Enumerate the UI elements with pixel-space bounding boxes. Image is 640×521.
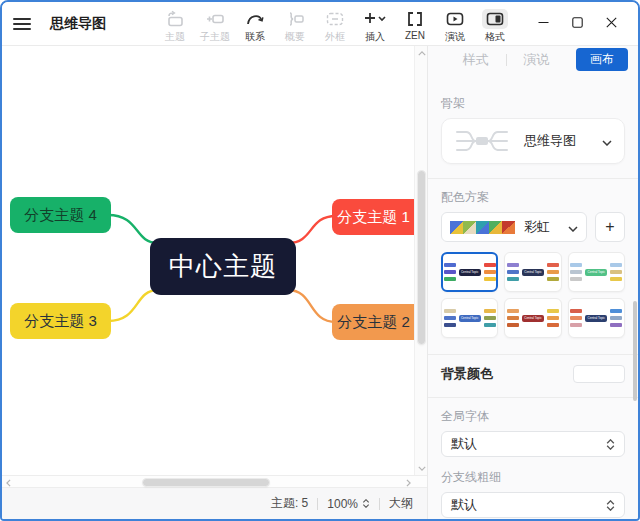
scroll-down-arrow-icon[interactable] — [415, 462, 427, 474]
format-panel-icon — [482, 9, 508, 29]
mini-branch-pill — [610, 323, 622, 327]
branch-topic-1-node[interactable]: 分支主题 1 — [332, 199, 415, 235]
add-color-scheme-button[interactable]: + — [595, 212, 625, 242]
zoom-control[interactable]: 100% — [327, 497, 370, 511]
theme-thumbnail[interactable]: Central Topic — [504, 252, 561, 292]
branch-line-width-dropdown[interactable]: 默认 — [441, 492, 625, 518]
maximize-button[interactable] — [564, 12, 590, 32]
mini-branch-pill — [610, 309, 622, 313]
app-title: 思维导图 — [50, 15, 106, 33]
outline-button[interactable]: 大纲 — [389, 495, 413, 512]
status-bar: 主题: 5 100% 大纲 — [2, 488, 427, 519]
zen-icon — [402, 9, 428, 29]
tab-style[interactable]: 样式 — [446, 51, 506, 69]
mini-branch-pill — [610, 316, 622, 320]
hamburger-icon — [13, 15, 31, 33]
mini-branch-pill — [484, 277, 496, 281]
mini-branch-pill — [507, 323, 519, 327]
mini-branch-pill — [484, 316, 496, 320]
theme-thumbnail[interactable]: Central Topic — [568, 298, 625, 338]
format-panel: 样式 演说 画布 骨架 — [427, 46, 638, 519]
toolbar: 主题 子主题 联系 概要 — [156, 2, 514, 45]
branch-topic-4-node[interactable]: 分支主题 4 — [10, 197, 111, 233]
summary-button[interactable]: 概要 — [276, 7, 314, 46]
mindmap-skeleton-icon — [454, 128, 510, 154]
canvas-column: 中心主题 分支主题 1 分支主题 2 分支主题 3 分支主题 4 — [2, 46, 427, 519]
theme-thumbnails: Central TopicCentral TopicCentral TopicC… — [441, 252, 625, 338]
color-scheme-label: 配色方案 — [441, 189, 625, 206]
horizontal-scrollbar[interactable] — [2, 475, 427, 488]
insert-button[interactable]: 插入 — [356, 7, 394, 46]
topic-button[interactable]: 主题 — [156, 7, 194, 46]
central-topic-node[interactable]: 中心主题 — [150, 238, 296, 295]
boundary-button[interactable]: 外框 — [316, 7, 354, 46]
color-scheme-value: 彩虹 — [524, 218, 550, 236]
panel-scroll-thumb[interactable] — [633, 301, 637, 401]
vertical-scroll-thumb[interactable] — [417, 170, 426, 345]
branch-line-width-label: 分支线粗细 — [441, 469, 625, 486]
scroll-right-arrow-icon[interactable] — [402, 476, 414, 489]
mini-branch-pill — [570, 277, 582, 281]
pitch-play-icon — [442, 9, 468, 29]
background-color-swatch[interactable] — [573, 365, 625, 383]
mini-branch-pill — [610, 270, 622, 274]
chevron-down-icon — [568, 218, 578, 236]
scroll-left-arrow-icon[interactable] — [2, 476, 14, 489]
menu-button[interactable] — [2, 2, 42, 45]
mini-branch-pill — [444, 263, 456, 267]
skeleton-label: 骨架 — [441, 95, 625, 112]
boundary-icon — [322, 9, 348, 29]
theme-thumbnail[interactable]: Central Topic — [568, 252, 625, 292]
stepper-icon — [606, 500, 615, 511]
color-chip — [476, 221, 489, 234]
vertical-scrollbar[interactable] — [414, 46, 427, 475]
mini-branch-pill — [570, 309, 582, 313]
tab-canvas[interactable]: 画布 — [576, 48, 628, 71]
mini-branch-pill — [484, 270, 496, 274]
close-button[interactable] — [598, 12, 624, 32]
skeleton-dropdown[interactable]: 思维导图 — [441, 118, 625, 164]
topic-icon — [162, 9, 188, 29]
mini-branch-pill — [610, 263, 622, 267]
color-chip — [450, 221, 463, 234]
mini-branch-pill — [484, 323, 496, 327]
mini-central-topic: Central Topic — [459, 315, 481, 322]
rainbow-swatches — [450, 221, 515, 234]
zen-button[interactable]: ZEN — [396, 7, 434, 43]
scroll-up-arrow-icon[interactable] — [415, 47, 427, 59]
zoom-stepper-icon[interactable] — [362, 499, 370, 508]
global-font-dropdown[interactable]: 默认 — [441, 431, 625, 457]
stepper-icon — [606, 439, 615, 450]
mini-branch-pill — [570, 263, 582, 267]
status-separator — [317, 498, 318, 510]
format-button[interactable]: 格式 — [476, 7, 514, 46]
relation-button[interactable]: 联系 — [236, 7, 274, 46]
relation-icon — [242, 9, 268, 29]
theme-thumbnail[interactable]: Central Topic — [504, 298, 561, 338]
mini-branch-pill — [444, 309, 456, 313]
branch-topic-3-node[interactable]: 分支主题 3 — [10, 303, 111, 339]
color-chip — [502, 221, 515, 234]
mini-central-topic: Central Topic — [585, 315, 607, 322]
minimize-button[interactable] — [530, 12, 556, 32]
app-window: 思维导图 主题 子主题 联系 — [0, 0, 640, 521]
mini-branch-pill — [507, 277, 519, 281]
color-scheme-dropdown[interactable]: 彩虹 — [441, 212, 587, 242]
branch-topic-2-node[interactable]: 分支主题 2 — [332, 304, 415, 340]
horizontal-scroll-thumb[interactable] — [142, 478, 270, 487]
mini-branch-pill — [507, 270, 519, 274]
mindmap-canvas[interactable]: 中心主题 分支主题 1 分支主题 2 分支主题 3 分支主题 4 — [2, 46, 427, 475]
mini-branch-pill — [570, 323, 582, 327]
background-color-label: 背景颜色 — [441, 365, 493, 383]
tab-pitch[interactable]: 演说 — [507, 51, 567, 69]
mini-central-topic: Central Topic — [522, 315, 544, 322]
subtopic-button[interactable]: 子主题 — [196, 7, 234, 46]
mini-branch-pill — [507, 263, 519, 267]
theme-thumbnail[interactable]: Central Topic — [441, 298, 498, 338]
pitch-button[interactable]: 演说 — [436, 7, 474, 46]
mini-branch-pill — [507, 316, 519, 320]
mini-central-topic: Central Topic — [585, 269, 607, 276]
mini-branch-pill — [547, 323, 559, 327]
theme-thumbnail[interactable]: Central Topic — [441, 252, 498, 292]
divider — [428, 178, 638, 179]
